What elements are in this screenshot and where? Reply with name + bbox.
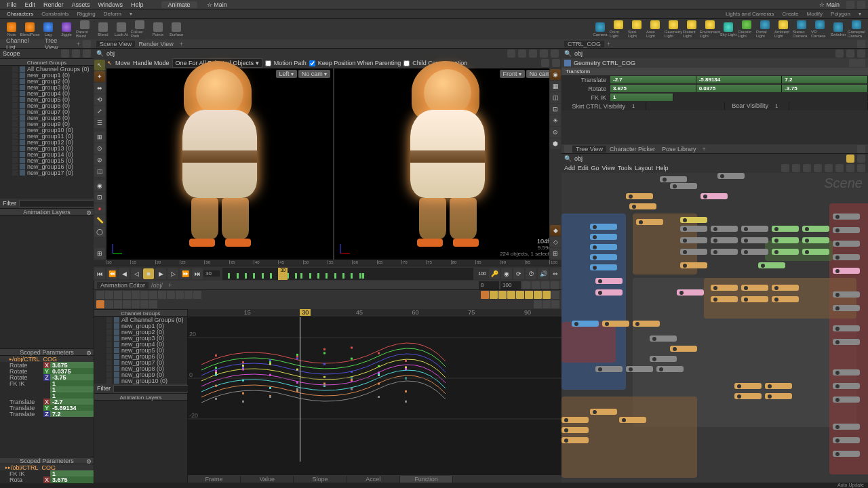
viewport-left[interactable]: Left ▾ No cam ▾ [106, 68, 334, 260]
graph-node[interactable] [619, 417, 646, 423]
keep-position-checkbox[interactable] [309, 60, 315, 66]
gear-icon[interactable]: ⚙ [86, 209, 92, 215]
gear-icon[interactable] [72, 49, 80, 58]
ae-tangent-btn[interactable] [481, 291, 489, 299]
ae-btn[interactable] [132, 300, 140, 308]
shelf-tab-create[interactable]: Create [778, 11, 803, 17]
graph-node[interactable] [656, 366, 684, 372]
graph-node[interactable] [833, 451, 860, 457]
step-fwd-button[interactable]: ▷ [167, 268, 178, 279]
node-graph-view[interactable]: Scene [561, 173, 868, 483]
graph-node[interactable] [572, 321, 599, 327]
shelf-tool-switcher[interactable]: Switcher [829, 20, 847, 38]
ae-tangent-btn[interactable] [507, 291, 515, 299]
ae-tab-frame[interactable]: Frame [188, 476, 241, 483]
graph-node[interactable] [590, 244, 617, 250]
no-cam-button[interactable]: No cam ▾ [298, 70, 330, 78]
snap-tool[interactable]: ⊞ [94, 131, 105, 142]
props-transform-header[interactable]: Transform [561, 68, 868, 75]
ae-btn[interactable] [534, 300, 542, 308]
node-view-icon[interactable] [792, 164, 800, 172]
graph-node[interactable] [636, 219, 663, 225]
ae-tab-accel[interactable]: Accel [347, 476, 400, 483]
snap-edge-tool[interactable]: ⊘ [94, 155, 105, 165]
ae-start-input[interactable] [479, 281, 499, 289]
help-icon[interactable] [857, 59, 865, 67]
ae-tab-value[interactable]: Value [241, 476, 294, 483]
node-menu-add[interactable]: Add [564, 165, 575, 171]
display-options-icon[interactable]: ⊞ [94, 248, 105, 259]
add-tab-icon[interactable]: + [604, 41, 613, 47]
ae-btn[interactable] [551, 291, 559, 299]
node-menu-help[interactable]: Help [656, 165, 669, 171]
graph-node[interactable] [680, 249, 707, 255]
menu-windows[interactable]: Windows [94, 1, 127, 8]
graph-node[interactable] [765, 383, 792, 389]
graph-node[interactable] [833, 291, 860, 298]
rotate-x-field[interactable]: 3.675 [610, 85, 696, 92]
graph-node[interactable] [717, 173, 745, 179]
step-fwd-keyframe-button[interactable]: ⏩ [180, 268, 191, 279]
settings-icon[interactable] [857, 1, 865, 9]
graph-node[interactable] [741, 237, 768, 243]
vp-nav-icon[interactable] [529, 49, 537, 58]
graph-node[interactable] [595, 366, 623, 372]
anim-layers-body[interactable] [0, 216, 94, 348]
filter-input[interactable] [19, 200, 96, 207]
nav-icon[interactable] [857, 155, 865, 163]
graph-node[interactable] [590, 264, 617, 270]
shelf-tool-portal-light[interactable]: Portal Light [756, 20, 774, 38]
ae-tab-slope[interactable]: Slope [294, 476, 347, 483]
node-menu-go[interactable]: Go [591, 165, 599, 171]
graph-node[interactable] [590, 224, 617, 230]
shelf-tool-stereo-camera[interactable]: Stereo Camera [793, 20, 810, 38]
graph-node[interactable] [772, 285, 799, 291]
ae-tangent-btn[interactable] [490, 291, 498, 299]
translate-x-field[interactable]: -2.7 [610, 76, 696, 83]
graph-node[interactable] [590, 254, 617, 260]
translate-y-field[interactable]: -5.89134 [696, 76, 783, 83]
rotate-z-field[interactable]: -3.75 [782, 85, 868, 92]
auto-key-button[interactable]: ◉ [501, 268, 512, 279]
ae-path[interactable]: /obj/ [149, 282, 165, 289]
graph-node[interactable] [765, 393, 792, 399]
view-tool[interactable]: ◉ [94, 180, 105, 191]
filter-icon[interactable] [83, 49, 91, 58]
graph-node[interactable] [802, 249, 829, 255]
shading-icon[interactable]: ◉ [550, 69, 561, 80]
ae-btn[interactable] [140, 300, 149, 308]
shelf-tab-polygon[interactable]: Polygon [827, 11, 854, 17]
ae-tangent-btn[interactable] [516, 291, 524, 299]
lasso-tool[interactable]: ◯ [94, 226, 105, 237]
graph-node[interactable] [833, 227, 860, 233]
menu-assets[interactable]: Assets [68, 1, 94, 8]
tab-scene-view[interactable]: Scene View [96, 41, 135, 47]
ae-btn[interactable] [158, 291, 166, 299]
shelf-tool-lag[interactable]: Lag [39, 20, 57, 38]
graph-node[interactable] [701, 193, 728, 199]
node-view-icon[interactable] [846, 164, 854, 172]
graph-node[interactable] [590, 234, 617, 240]
play-button[interactable]: ▶ [155, 268, 166, 279]
graph-node[interactable] [633, 321, 660, 327]
bear-vis-field[interactable]: 1 [772, 102, 789, 110]
graph-node[interactable] [833, 305, 860, 311]
goto-end-button[interactable]: ⏭ [192, 268, 203, 279]
ae-channel-group-item[interactable]: new_group10 (0) [94, 378, 187, 384]
audio-button[interactable]: 🔊 [538, 268, 549, 279]
graph-node[interactable] [734, 393, 762, 399]
tab-ctrl-cog[interactable]: CTRL_COG [564, 41, 604, 47]
graph-node[interactable] [711, 285, 738, 291]
ae-end-input[interactable] [500, 281, 521, 289]
snap-point-tool[interactable]: ⊙ [94, 143, 105, 154]
vp-icon[interactable]: ▦ [550, 81, 561, 92]
shelf-tab-modify[interactable]: Modify [803, 11, 827, 17]
graph-node[interactable] [626, 366, 653, 372]
play-back-button[interactable]: ◁ [131, 268, 142, 279]
ae-btn[interactable] [114, 291, 122, 299]
highlight-icon[interactable] [846, 155, 854, 163]
shelf-tool-jiggle[interactable]: Jiggle [58, 20, 75, 38]
shelf-tool-geometry-light[interactable]: Geometry Light [665, 20, 682, 38]
graph-node[interactable] [680, 262, 707, 268]
node-menu-tools[interactable]: Tools [618, 165, 632, 171]
